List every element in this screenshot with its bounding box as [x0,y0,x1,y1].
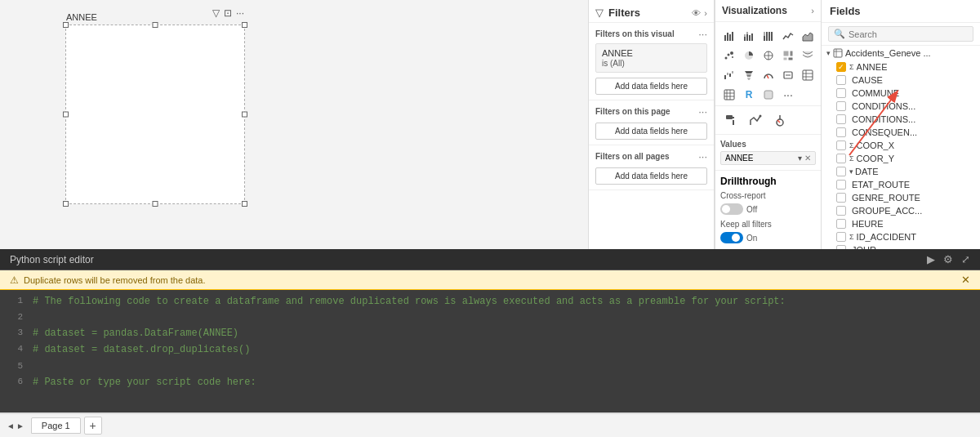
svg-rect-8 [749,35,751,41]
field-item-coor_x[interactable]: ΣCOOR_X [822,139,980,152]
keep-filters-toggle-track[interactable] [720,232,743,243]
cross-report-toggle[interactable]: Off [720,203,816,215]
fields-search-input[interactable] [849,29,968,39]
viz-icon-waterfall[interactable] [720,66,738,84]
field-item-conditions2[interactable]: CONDITIONS... [822,113,980,126]
viz-icon-matrix[interactable] [720,86,738,104]
viz-icon-slicer[interactable] [769,109,791,131]
editor-header-icons: ▶ ⚙ ⤢ [927,253,970,265]
keep-filters-toggle[interactable]: On [720,232,816,243]
filters-on-page-header: Filters on this page ··· [595,105,707,118]
resize-handle-br[interactable] [242,201,247,207]
svg-rect-6 [746,34,748,41]
svg-rect-29 [727,73,728,75]
fields-group-header[interactable]: ▾ Accidents_Geneve ... [822,46,980,60]
field-item-etat_route[interactable]: ETAT_ROUTE [822,178,980,191]
add-data-page-btn[interactable]: Add data fields here [595,123,707,140]
viz-icon-area[interactable] [799,27,817,45]
line-number: 4 [7,341,23,358]
svg-rect-11 [764,32,765,36]
resize-handle-bm[interactable] [153,201,158,207]
editor-play-icon[interactable]: ▶ [927,253,935,265]
field-item-date[interactable]: ▾DATE [822,165,980,178]
code-line-5: 5 [0,359,980,374]
field-name-consequen: CONSEQUEN... [852,127,917,137]
value-tag-remove-icon[interactable]: ✕ [804,154,811,163]
editor-content[interactable]: 1# The following code to create a datafr… [0,290,980,412]
cross-report-toggle-track[interactable] [720,203,743,215]
resize-handle-tm[interactable] [153,22,158,28]
filters-on-visual-dots[interactable]: ··· [698,28,707,40]
canvas-area: ANNEE ▽ ⊡ ··· [0,0,588,249]
field-checkbox-consequen [836,127,846,137]
resize-handle-bl[interactable] [63,201,69,207]
svg-point-19 [732,56,733,58]
viz-icon-pie[interactable] [740,47,758,65]
field-item-id_accident[interactable]: ΣID_ACCIDENT [822,230,980,243]
viz-icon-map[interactable] [760,47,777,65]
fields-list: ▾ Accidents_Geneve ... ΣANNEECAUSECOMMUN… [822,46,980,249]
svg-rect-42 [724,90,734,100]
resize-handle-mr[interactable] [242,112,247,118]
nav-left-icon[interactable]: ◄ [7,421,15,430]
viz-icon-gauge[interactable] [760,66,777,84]
sigma-icon-coor_x: Σ [849,141,854,149]
filter-icon[interactable]: ▽ [212,7,220,19]
warning-close-icon[interactable]: ✕ [961,274,970,286]
field-item-cause[interactable]: CAUSE [822,74,980,87]
field-item-heure[interactable]: HEURE [822,217,980,230]
add-data-all-btn[interactable]: Add data fields here [595,167,707,185]
value-tag-chevron-icon[interactable]: ▾ [798,154,802,163]
field-name-coor_x: COOR_X [857,140,894,150]
viz-icon-line[interactable] [779,27,797,45]
svg-rect-9 [751,33,753,41]
filters-on-all-dots[interactable]: ··· [698,150,707,163]
editor-expand-icon[interactable]: ⤢ [961,253,970,265]
page-1-tab[interactable]: Page 1 [31,417,81,434]
warning-text: Duplicate rows will be removed from the … [24,275,956,285]
field-item-annee[interactable]: ΣANNEE [822,60,980,74]
viz-icon-table[interactable] [799,66,817,84]
viz-icon-more-dots[interactable]: ··· [779,86,797,104]
filters-eye-icon[interactable]: 👁 [692,8,701,18]
warning-icon: ⚠ [10,274,19,286]
field-item-genre_route[interactable]: GENRE_ROUTE [822,191,980,204]
viz-icon-analytics[interactable] [745,109,766,131]
svg-marker-33 [746,74,751,77]
viz-icon-scatter[interactable] [720,47,738,65]
resize-handle-tr[interactable] [242,22,247,28]
viz-icon-ribbon[interactable] [799,47,817,65]
focus-icon[interactable]: ⊡ [224,7,232,19]
viz-header: Visualizations › [715,0,821,22]
svg-rect-2 [729,34,731,41]
viz-icon-r[interactable]: R [740,86,758,104]
field-item-consequen[interactable]: CONSEQUEN... [822,126,980,139]
nav-right-icon[interactable]: ► [16,421,24,430]
filters-on-page-dots[interactable]: ··· [698,105,707,118]
svg-line-54 [777,120,780,123]
field-item-coor_y[interactable]: ΣCOOR_Y [822,152,980,165]
resize-handle-ml[interactable] [63,112,69,118]
filters-chevron-icon[interactable]: › [704,8,707,18]
filters-on-page-title: Filters on this page [595,107,670,116]
viz-icon-funnel[interactable] [740,66,758,84]
viz-icon-custom1[interactable] [760,86,777,104]
add-data-visual-btn[interactable]: Add data fields here [595,78,707,95]
viz-expand-icon[interactable]: › [811,6,814,16]
add-page-btn[interactable]: + [84,417,102,435]
svg-rect-26 [783,57,787,60]
viz-icon-stacked-bar[interactable] [740,27,758,45]
field-item-commune[interactable]: COMMUNE [822,87,980,100]
viz-icon-card[interactable] [779,66,797,84]
viz-icon-100-bar[interactable] [760,27,777,45]
viz-icon-bar[interactable] [720,27,738,45]
field-item-conditions1[interactable]: CONDITIONS... [822,100,980,113]
more-icon[interactable]: ··· [236,7,244,19]
viz-icon-format-paint[interactable] [720,109,742,131]
resize-handle-tl[interactable] [63,22,69,28]
editor-settings-icon[interactable]: ⚙ [943,253,953,265]
field-item-groupe_acc[interactable]: GROUPE_ACC... [822,204,980,217]
field-item-jour[interactable]: JOUR [822,243,980,249]
annee-filter-card[interactable]: ANNEE is (All) [595,43,707,73]
viz-icon-treemap[interactable] [779,47,797,65]
